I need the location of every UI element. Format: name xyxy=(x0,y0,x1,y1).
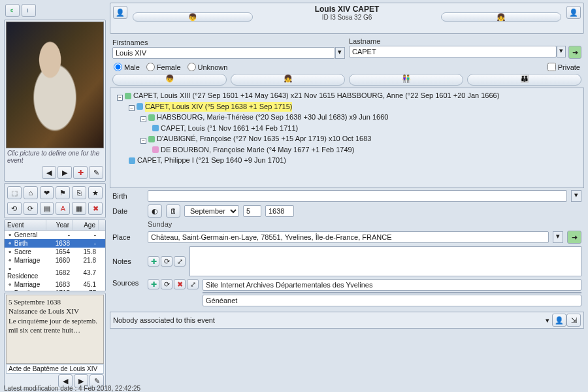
tool-e[interactable]: ⎘ xyxy=(72,186,86,199)
event-row-death[interactable]: ⚬ Death171577 xyxy=(5,289,105,291)
lastname-dropdown-icon[interactable]: ▾ xyxy=(557,46,566,57)
source-line[interactable] xyxy=(203,279,581,291)
notes-expand-icon[interactable]: ⤢ xyxy=(174,256,186,267)
tool-d[interactable]: ⚑ xyxy=(56,186,70,199)
calendar-icon[interactable]: ◐ xyxy=(148,204,162,218)
firstnames-dropdown-icon[interactable]: ▾ xyxy=(335,47,345,59)
tool-a[interactable]: ⬚ xyxy=(7,186,22,199)
portrait-edit-icon[interactable]: ✎ xyxy=(89,166,103,179)
events-header: Event Year Age xyxy=(5,220,105,231)
svg-text:i: i xyxy=(27,8,29,14)
tool-k[interactable]: ▦ xyxy=(72,202,86,215)
event-row-marriage[interactable]: ⚬ Marriage168345.1 xyxy=(5,280,105,289)
tree-node[interactable]: −CAPET, Louis XIV (°5 Sep 1638 +1 Sep 17… xyxy=(113,102,581,113)
tree-node[interactable]: −HABSBOURG, Marie-Thérèse (°20 Sep 1638 … xyxy=(113,112,581,123)
female-icon: 👧 xyxy=(497,10,505,24)
assoc-a-icon[interactable]: 👤 xyxy=(552,314,566,327)
date-picker-icon[interactable]: 🗓 xyxy=(166,204,180,218)
notes-label: Notes xyxy=(112,257,144,265)
tree-node[interactable]: CAPET, Philippe I (°21 Sep 1640 +9 Jun 1… xyxy=(113,155,581,167)
sources-textarea[interactable] xyxy=(203,292,581,293)
lastname-input[interactable] xyxy=(349,46,557,57)
day-input[interactable] xyxy=(243,205,261,217)
sources-label: Sources xyxy=(112,279,144,287)
source-line-2[interactable] xyxy=(203,295,581,306)
tool-b[interactable]: ⌂ xyxy=(24,186,38,199)
notes-textarea[interactable] xyxy=(189,246,581,276)
lastname-label: Lastname xyxy=(349,37,581,45)
place-input[interactable] xyxy=(148,231,549,243)
status-bar: Latest modification date : 4 Feb 2018, 2… xyxy=(4,385,140,392)
tab-family[interactable]: 👪 xyxy=(467,74,581,86)
link-button[interactable] xyxy=(5,4,20,17)
document-image[interactable]: 5 Septembre 1638Naissance de Louis XIVLe… xyxy=(6,295,104,364)
family-tree[interactable]: −CAPET, Louis XIII (°27 Sep 1601 +14 May… xyxy=(110,88,584,188)
event-row-residence[interactable]: ⚬ Residence168243.7 xyxy=(5,265,105,280)
gender-female-radio[interactable]: Female xyxy=(146,63,181,71)
private-checkbox[interactable]: Private xyxy=(547,63,580,71)
female-ancestor-bar[interactable]: 👧 xyxy=(441,12,561,22)
tree-node[interactable]: −D'AUBIGNÉ, Françoise (°27 Nov 1635 +15 … xyxy=(113,134,581,145)
tool-h[interactable]: ⟳ xyxy=(24,202,38,215)
sources-add-icon[interactable]: ✚ xyxy=(148,279,159,289)
tool-i[interactable]: ▤ xyxy=(40,202,54,215)
place-dropdown-icon[interactable]: ▾ xyxy=(553,231,563,243)
tool-g[interactable]: ⟲ xyxy=(7,202,22,215)
portrait-play-icon[interactable]: ▶ xyxy=(57,166,72,179)
year-input[interactable] xyxy=(265,205,294,217)
event-row-general[interactable]: ⚬ General-- xyxy=(5,231,105,239)
section-input[interactable] xyxy=(148,190,567,202)
male-ancestor-bar[interactable]: 👦 xyxy=(133,12,253,22)
month-select[interactable]: September xyxy=(184,205,239,217)
firstnames-label: Firstnames xyxy=(112,39,345,46)
weekday-label: Sunday xyxy=(148,220,172,228)
notes-refresh-icon[interactable]: ⟳ xyxy=(161,256,172,267)
info-button[interactable]: i xyxy=(22,4,36,17)
document-caption: Acte de Baptême de Louis XIV xyxy=(6,364,104,374)
tool-f[interactable]: ★ xyxy=(88,186,103,199)
male-icon: 👦 xyxy=(189,10,197,24)
portrait-prev-icon[interactable]: ◀ xyxy=(42,166,56,179)
place-label: Place xyxy=(112,233,144,241)
lastname-go-button[interactable]: ➜ xyxy=(568,46,581,59)
portrait-image[interactable] xyxy=(6,22,104,148)
tab-couple[interactable]: 👫 xyxy=(349,74,463,86)
firstnames-input[interactable] xyxy=(112,47,335,59)
person-male-icon[interactable]: 👤 xyxy=(113,6,127,19)
notes-add-icon[interactable]: ✚ xyxy=(148,256,159,267)
sources-expand-icon[interactable]: ⤢ xyxy=(187,279,199,289)
gender-male-radio[interactable]: Male xyxy=(114,63,140,71)
event-row-birth[interactable]: ⚬ Birth1638- xyxy=(5,239,105,248)
tab-person-male[interactable]: 👦 xyxy=(112,74,227,86)
tree-node[interactable]: −CAPET, Louis XIII (°27 Sep 1601 +14 May… xyxy=(113,91,581,102)
place-go-button[interactable]: ➜ xyxy=(567,231,581,244)
gender-unknown-radio[interactable]: Unknown xyxy=(188,63,228,71)
sources-refresh-icon[interactable]: ⟳ xyxy=(161,279,172,289)
chevron-down-icon: ▾ xyxy=(546,316,549,325)
tree-node[interactable]: DE BOURBON, Françoise Marie (°4 May 1677… xyxy=(113,145,581,156)
event-row-sacre[interactable]: ⚬ Sacre165415.8 xyxy=(5,248,105,256)
tool-c[interactable]: ❤ xyxy=(40,186,54,199)
tool-j[interactable]: A xyxy=(56,202,70,215)
section-dropdown-icon[interactable]: ▾ xyxy=(571,190,581,202)
delete-button[interactable]: ✖ xyxy=(88,202,103,215)
events-list[interactable]: ⚬ General--⚬ Birth1638-⚬ Sacre165415.8⚬ … xyxy=(5,231,105,291)
association-bar[interactable]: Nobody associated to this event ▾ 👤 ⇲ xyxy=(110,312,584,329)
sources-delete-icon[interactable]: ✖ xyxy=(174,279,186,289)
event-row-marriage[interactable]: ⚬ Marriage166021.8 xyxy=(5,256,105,265)
person-female-icon[interactable]: 👤 xyxy=(566,6,581,19)
section-label: Birth xyxy=(112,192,144,200)
date-label: Date xyxy=(112,207,144,215)
portrait-caption: Clic picture to define one for the event xyxy=(6,148,104,165)
tab-person-female[interactable]: 👧 xyxy=(231,74,345,86)
tree-node[interactable]: CAPET, Louis (°1 Nov 1661 +14 Feb 1711) xyxy=(113,123,581,135)
portrait-add-icon[interactable]: ✚ xyxy=(73,166,88,179)
assoc-b-icon[interactable]: ⇲ xyxy=(566,314,581,327)
